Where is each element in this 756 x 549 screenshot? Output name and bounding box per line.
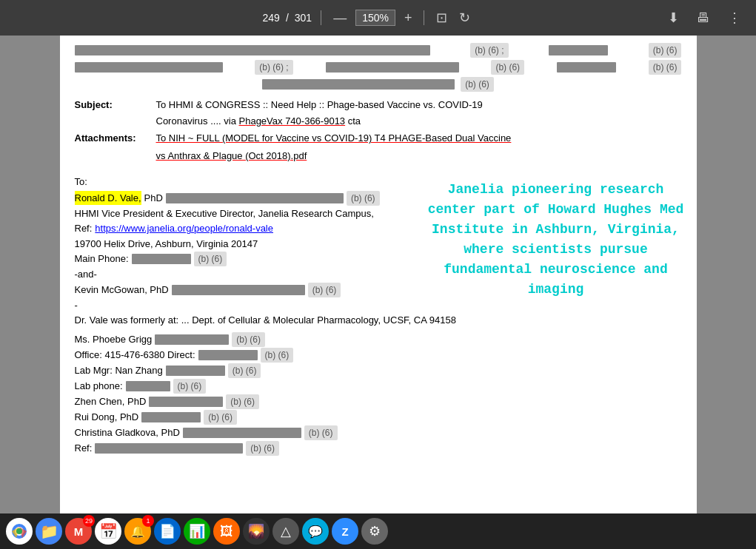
annotation-text: Janelia pioneering research center part … xyxy=(428,182,684,297)
labmgr-redact xyxy=(166,366,225,376)
phoebe-redact-label: (b) (6) xyxy=(232,332,265,347)
notif-badge: 1 xyxy=(142,515,154,527)
redact-block-6 xyxy=(262,79,455,90)
dr-vale-row: Dr. Vale was formerly at: ... Dept. of C… xyxy=(75,313,682,328)
phoebe-name: Ms. Phoebe Grigg xyxy=(75,332,153,347)
ref-label: Ref: xyxy=(75,441,93,456)
zhen-name: Zhen Chen, PhD xyxy=(75,394,147,409)
page-current: 249 xyxy=(263,12,280,24)
toolbar-right: ⬇ 🖶 ⋮ xyxy=(665,7,744,29)
taskbar-files[interactable]: 📁 xyxy=(36,518,62,545)
redact-label-2: (b) (6) xyxy=(649,43,682,58)
taskbar-meet[interactable]: 💬 xyxy=(302,518,329,545)
zoom-in-button[interactable]: + xyxy=(401,7,415,29)
christina-row: Christina Gladkova, PhD (b) (6) xyxy=(75,425,682,440)
divider xyxy=(321,10,321,25)
meet-icon: 💬 xyxy=(308,525,323,539)
recipient-redact-label: (b) (6) xyxy=(347,191,380,206)
pdf-viewer-main: (b) (6) ; (b) (6) (b) (6) ; (b) (6) (b) … xyxy=(0,36,756,513)
page-total: 301 xyxy=(295,12,312,24)
taskbar-gmail[interactable]: M 29 xyxy=(65,518,92,545)
divider2 xyxy=(424,10,424,25)
rui-row: Rui Dong, PhD (b) (6) xyxy=(75,410,682,425)
kevin-redact xyxy=(172,285,305,295)
recipient-url[interactable]: https://www.janelia.org/people/ronald-va… xyxy=(95,221,273,236)
download-button[interactable]: ⬇ xyxy=(665,7,682,29)
dr-vale-text: Dr. Vale was formerly at: ... Dept. of C… xyxy=(75,314,456,326)
attachments-text: To NIH ~ FULL (MODEL for Vaccine vs COVI… xyxy=(156,131,512,146)
ref-redact xyxy=(95,443,243,454)
fit-button[interactable]: ⊡ xyxy=(433,7,450,29)
zoom-level[interactable]: 150% xyxy=(355,10,395,26)
phoebe-redact xyxy=(155,334,229,345)
taskbar-chrome[interactable] xyxy=(6,518,33,545)
redact-row-2: (b) (6) ; (b) (6) (b) (6) xyxy=(75,60,682,75)
zhen-redact xyxy=(149,397,223,407)
taskbar-drive[interactable]: △ xyxy=(272,518,299,545)
zoom-out-button[interactable]: — xyxy=(330,7,349,29)
pdf-page: (b) (6) ; (b) (6) (b) (6) ; (b) (6) (b) … xyxy=(60,36,697,513)
calendar-icon: 📅 xyxy=(99,522,118,540)
phoebe-row: Ms. Phoebe Grigg (b) (6) xyxy=(75,332,682,347)
subject-text: To HHMI & CONGRESS :: Need Help :: Phage… xyxy=(156,98,483,112)
recipient-ref-label: Ref: xyxy=(75,221,93,236)
redact-label-6: (b) (6) xyxy=(461,77,494,92)
taskbar-calendar[interactable]: 📅 xyxy=(95,518,121,545)
toolbar-center: 249 / 301 — 150% + ⊡ ↻ xyxy=(263,7,474,29)
labmgr-redact-label: (b) (6) xyxy=(228,363,261,378)
redact-label-5: (b) (6) xyxy=(649,60,682,75)
docs-icon: 📄 xyxy=(159,523,175,539)
rui-redact xyxy=(141,412,201,422)
subject-text-2: Coronavirus .... via PhageVax 740-366-90… xyxy=(156,115,361,127)
redact-label-4: (b) (6) xyxy=(491,60,524,75)
zhen-row: Zhen Chen, PhD (b) (6) xyxy=(75,394,682,409)
labmgr-text: Lab Mgr: Nan Zhang xyxy=(75,363,163,378)
dash-label: - xyxy=(75,300,78,311)
settings-icon: ⚙ xyxy=(369,523,381,539)
taskbar-docs[interactable]: 📄 xyxy=(154,518,181,545)
rui-redact-label: (b) (6) xyxy=(204,410,237,425)
redact-block-3 xyxy=(75,62,223,73)
gmail-badge: 29 xyxy=(83,515,95,527)
sheets-icon: 📊 xyxy=(189,523,205,539)
redact-block-5 xyxy=(557,62,616,73)
office-text: Office: 415-476-6380 Direct: xyxy=(75,348,195,363)
to-label: To: xyxy=(75,176,87,187)
svg-point-2 xyxy=(16,528,22,534)
zhen-redact-label: (b) (6) xyxy=(226,394,259,409)
dash-row: - xyxy=(75,298,682,313)
print-button[interactable]: 🖶 xyxy=(694,7,713,29)
ref-row: Ref: (b) (6) xyxy=(75,441,682,456)
rotate-button[interactable]: ↻ xyxy=(456,7,473,29)
rui-name: Rui Dong, PhD xyxy=(75,410,139,425)
redact-block-4 xyxy=(326,62,459,73)
more-button[interactable]: ⋮ xyxy=(725,7,744,29)
slides-icon: 🖼 xyxy=(220,524,233,539)
page-separator: / xyxy=(286,12,289,24)
labmgr-row: Lab Mgr: Nan Zhang (b) (6) xyxy=(75,363,682,378)
taskbar-slides[interactable]: 🖼 xyxy=(213,518,240,545)
taskbar-sheets[interactable]: 📊 xyxy=(184,518,210,545)
labphone-redact-bar xyxy=(126,381,170,391)
redact-block-2 xyxy=(549,45,608,55)
kevin-redact-label: (b) (6) xyxy=(308,283,341,297)
christina-redact xyxy=(183,428,301,438)
recipient-name: Ronald D. Vale, xyxy=(75,191,141,206)
office-redact xyxy=(198,350,258,360)
gmail-icon: M xyxy=(74,525,84,538)
taskbar-notif[interactable]: 🔔 1 xyxy=(124,518,151,545)
labphone-text: Lab phone: xyxy=(75,379,123,394)
attachments-row: Attachments: To NIH ~ FULL (MODEL for Va… xyxy=(75,131,682,146)
and-label: -and- xyxy=(75,269,97,280)
pdf-toolbar: 249 / 301 — 150% + ⊡ ↻ ⬇ 🖶 ⋮ xyxy=(0,0,756,36)
redact-block-1 xyxy=(75,45,430,55)
main-phone-redact xyxy=(132,254,191,264)
taskbar-zoom[interactable]: Z xyxy=(332,518,358,545)
christina-name: Christina Gladkova, PhD xyxy=(75,425,180,440)
recipient-redact xyxy=(166,193,344,203)
office-redact-label: (b) (6) xyxy=(261,348,294,363)
main-phone-label: Main Phone: xyxy=(75,252,129,266)
taskbar-photos[interactable]: 🌄 xyxy=(243,518,270,545)
photos-icon: 🌄 xyxy=(248,523,264,539)
taskbar-settings[interactable]: ⚙ xyxy=(361,518,388,545)
